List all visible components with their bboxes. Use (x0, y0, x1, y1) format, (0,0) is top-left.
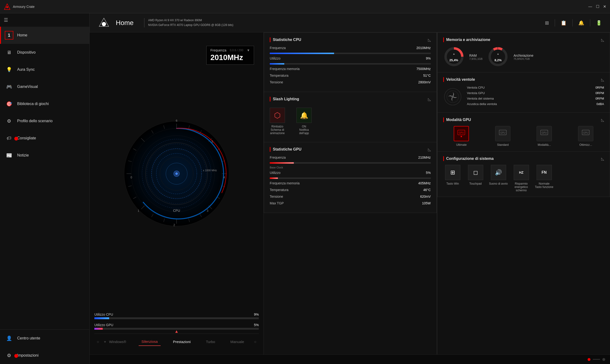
menu-icon[interactable]: ☰ (0, 13, 89, 27)
gpu-usage-bar-fill (94, 328, 103, 330)
report-icon[interactable]: 📋 (560, 19, 568, 27)
sys-config-suono[interactable]: 🔊 Suono di avvio (489, 165, 508, 192)
risparmio-label: Risparmio energetico schermo (512, 182, 531, 192)
cpu-voltage-value: 2800mV (418, 80, 430, 84)
gpu-mem-freq-value: 405MHz (418, 181, 430, 185)
cpu-util-bar (270, 63, 431, 65)
header-left: Home AMD Ryzen AI 9 HX 370 w/ Radeon 890… (97, 17, 233, 29)
header-divider3 (590, 19, 590, 26)
slash-title-accent (270, 97, 271, 102)
gpu-mode-modalita[interactable]: GPU Modalità... (537, 126, 552, 146)
sidebar-item-profilo[interactable]: ⚙ Profilo dello scenario (0, 112, 89, 130)
sidebar-item-home[interactable]: 1 Home (0, 27, 89, 44)
fans-card: Velocità ventole ◺ (437, 72, 610, 113)
gpu-mode-card: Modalità GPU ◺ GPU (437, 113, 610, 152)
storage-donut-label: 8,2% (494, 52, 502, 62)
slash-lighting-card: Slash Lighting ◺ ⬡ Rimbalzo Schema di (264, 92, 437, 142)
sys-fan-label: Ventola del sistema (467, 97, 494, 100)
sys-config-fn[interactable]: FN Normale Tasto funzione (535, 165, 554, 192)
svg-text:GPU: GPU (542, 131, 547, 134)
content-body: 6 5 4 3 2 1 0 x 1000 MHz CPU (90, 32, 610, 354)
sidebar-item-dispositivo[interactable]: 🖥 Dispositivo (0, 44, 89, 61)
gpu-util-label: Utilizzo (270, 171, 280, 175)
sidebar-item-centro-utente[interactable]: 👤 Centro utente (0, 330, 89, 347)
sidebar-item-gamevisual[interactable]: 🎮 GameVisual (0, 78, 89, 95)
gpu-base-clock: Base Clock (270, 166, 431, 169)
touchpad-label: Touchpad (469, 182, 481, 185)
gpu-util-bar (270, 178, 431, 179)
maximize-button[interactable]: ☐ (596, 4, 599, 9)
sys-config-card-corner: ◺ (601, 156, 604, 161)
cpu-stats-title-bar: Statistiche CPU ◺ (270, 37, 431, 42)
gpu-mode-ultimate[interactable]: GPU Ultimate (454, 126, 469, 146)
slash-item-1[interactable]: ⬡ Rimbalzo Schema di animazione (270, 108, 285, 135)
close-button[interactable]: ✕ (603, 4, 606, 9)
notification-icon[interactable]: 🔔 (577, 19, 585, 27)
cpu-usage-bar-fill (94, 317, 109, 319)
mode-turbo[interactable]: Turbo (203, 338, 218, 346)
minimize-button[interactable]: — (588, 4, 592, 9)
cpu-usage-bar-bg (94, 317, 259, 319)
sidebar-item-notizie[interactable]: 📰 Notizie (0, 147, 89, 164)
gpu-mode-ottimizz[interactable]: GPU Ottimizz... (578, 126, 593, 146)
gpu-mode-standard[interactable]: GPU Standard (495, 126, 510, 146)
gpu-fan-row: Ventola GPU 0RPM (467, 91, 604, 95)
aura-sync-icon: 💡 (5, 65, 13, 74)
gpu-usage-row: Utilizzo GPU 5% (94, 323, 259, 330)
cpu-voltage-label: Tensione (270, 80, 283, 84)
gpu-stats-card: Statistiche GPU ◺ Frequenza 210MHz Base … (264, 142, 437, 213)
svg-text:GPU: GPU (583, 131, 588, 134)
sidebar-item-biblioteca[interactable]: 🎯 Biblioteca di giochi (0, 95, 89, 112)
mode-silenziosa[interactable]: Silenziosa (139, 338, 161, 346)
cpu-mem-freq-label: Frequenza memoria (270, 67, 299, 71)
slash-label-2: ON Notifica dell'app (295, 125, 313, 135)
system-config-card: Configurazione di sistema ◺ ⊞ Tasto Win … (437, 152, 610, 197)
cpu-util-value: 9% (426, 56, 430, 60)
mode-prestazioni[interactable]: Prestazioni (170, 338, 194, 346)
centro-utente-icon: 👤 (5, 334, 13, 343)
sidebar-item-consigliate[interactable]: 🏷 Consigliate (0, 130, 89, 147)
mode-active-icon: ▲ (174, 329, 179, 334)
sidebar-item-impostazioni[interactable]: ⚙ Impostazioni (0, 347, 89, 364)
mode-manuale[interactable]: Manuale (228, 338, 247, 346)
slash-label-1: Rimbalzo Schema di animazione (270, 125, 285, 135)
mode-windows[interactable]: Windows® (106, 338, 129, 346)
gpu-fan-label: Ventola GPU (467, 91, 485, 95)
impostazioni-icon: ⚙ (5, 351, 13, 360)
cpu-stats-title: Statistiche CPU (273, 38, 301, 42)
sidebar-label-aura-sync: Aura Sync (17, 67, 35, 72)
sidebar-item-aura-sync[interactable]: 💡 Aura Sync (0, 61, 89, 78)
storage-donut: + 8,2% (487, 46, 509, 67)
mode-right-icon: ○ (254, 340, 256, 344)
gpu-freq-value: 210MHz (418, 156, 430, 159)
gpu-mode-card-corner: ◺ (601, 118, 604, 122)
freq-overlay-label: Frequenza 0,0.6 / 200 ▼ (210, 48, 250, 52)
cpu-fan-label: Ventola CPU (467, 86, 485, 89)
svg-text:CPU: CPU (173, 209, 180, 212)
left-stats-column: Statistiche CPU ◺ Frequenza 2010MHz Util… (263, 32, 437, 354)
main-layout: ☰ 1 Home 🖥 Dispositivo 💡 Aura Sync 🎮 Gam… (0, 13, 610, 364)
slash-item-2[interactable]: 🔔 ON Notifica dell'app (295, 108, 313, 135)
gpu-temp-label: Temperatura (270, 188, 288, 192)
layout-icon[interactable]: ⊞ (544, 19, 550, 27)
svg-text:6: 6 (176, 119, 178, 122)
memory-title-bar: Memoria e archiviazione ◺ (443, 37, 604, 42)
sys-config-tasto-win[interactable]: ⊞ Tasto Win (443, 165, 462, 192)
sys-config-risparmio[interactable]: HZ Risparmio energetico schermo (512, 165, 531, 192)
battery-icon[interactable]: 🔋 (595, 19, 603, 27)
gpu-tgp-row: Max TGP 105W (270, 201, 431, 205)
mode-plus-icon: + (104, 340, 106, 344)
gpu-standard-icon: GPU (495, 126, 510, 141)
cpu-fan-value: 0RPM (596, 86, 604, 89)
ram-donut-label: 25,4% (449, 52, 458, 62)
svg-point-60 (461, 136, 462, 137)
gpu-mem-freq-label: Frequenza memoria (270, 181, 299, 185)
sys-config-touchpad[interactable]: ◻ Touchpad (466, 165, 485, 192)
cpu-freq-value: 2010MHz (416, 46, 431, 50)
freq-overlay-value: 2010MHz (210, 53, 250, 62)
acoustics-label: Acustica della ventola (467, 102, 497, 106)
right-panel: Statistiche CPU ◺ Frequenza 2010MHz Util… (263, 32, 610, 354)
memory-title-accent (443, 37, 444, 42)
gpu-modalita-label: Modalità... (538, 143, 551, 146)
suono-icon: 🔊 (491, 165, 506, 180)
